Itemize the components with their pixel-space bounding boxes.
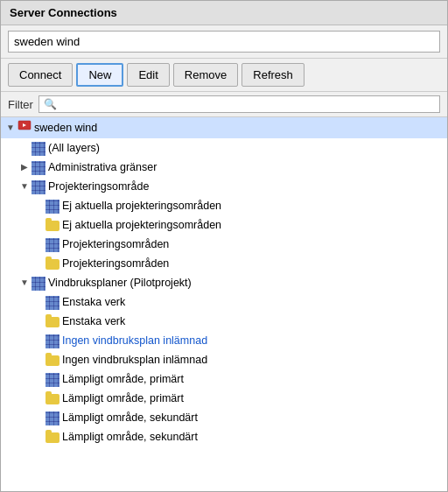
list-item[interactable]: Ej aktuella projekteringsområden	[1, 215, 447, 235]
item-label: Lämpligt område, primärt	[62, 390, 184, 407]
list-item[interactable]: Lämpligt område, primärt	[1, 369, 447, 389]
search-bar	[1, 25, 447, 59]
grid-icon	[31, 178, 46, 195]
list-item[interactable]: Lämpligt område, sekundärt	[1, 427, 447, 446]
item-label: Enstaka verk	[62, 293, 125, 311]
list-item[interactable]: Enstaka verk	[1, 312, 447, 331]
tree-item-root[interactable]: ▼ sweden wind	[1, 117, 447, 138]
server-icon	[17, 118, 32, 137]
grid-icon	[45, 332, 60, 349]
grid-icon	[45, 293, 60, 311]
item-label: Ej aktuella projekteringsområden	[62, 197, 221, 214]
root-label: sweden wind	[34, 119, 97, 137]
grid-icon	[45, 370, 60, 388]
list-item[interactable]: ▼ Projekteringsområde	[1, 177, 447, 196]
item-label: Ingen vindbruksplan inlämnad	[62, 332, 207, 349]
filter-bar: Filter 🔍	[1, 92, 447, 117]
item-label: Projekteringsområde	[48, 178, 149, 195]
list-item[interactable]: Enstaka verk	[1, 292, 447, 312]
item-label: Projekteringsområden	[62, 255, 169, 272]
toolbar: Connect New Edit Remove Refresh	[1, 59, 447, 92]
folder-icon	[45, 255, 60, 272]
filter-input[interactable]	[60, 98, 435, 110]
list-item[interactable]: Ingen vindbruksplan inlämnad	[1, 331, 447, 350]
expand-root-icon: ▼	[4, 121, 17, 135]
edit-button[interactable]: Edit	[127, 63, 169, 87]
tree-area: ▼ sweden wind (All layers) ▶	[1, 117, 447, 491]
item-label: Lämpligt område, sekundärt	[62, 428, 198, 446]
item-label: (All layers)	[48, 139, 100, 157]
grid-icon	[45, 235, 60, 253]
connect-button[interactable]: Connect	[8, 63, 73, 87]
expand-icon: ▶	[18, 160, 31, 174]
grid-icon	[45, 197, 60, 214]
folder-icon	[45, 428, 60, 446]
folder-icon	[45, 390, 60, 407]
list-item[interactable]: Ingen vindbruksplan inlämnad	[1, 350, 447, 369]
filter-input-wrapper: 🔍	[38, 95, 440, 113]
expand-icon: ▼	[18, 179, 31, 193]
item-label: Enstaka verk	[62, 313, 125, 330]
grid-icon	[31, 274, 46, 292]
folder-icon	[45, 216, 60, 234]
server-connections-panel: Server Connections Connect New Edit Remo…	[0, 0, 448, 492]
item-label: Administrativa gränser	[48, 158, 157, 176]
filter-label: Filter	[8, 98, 33, 111]
list-item[interactable]: Lämpligt område, sekundärt	[1, 408, 447, 427]
new-button[interactable]: New	[76, 63, 123, 87]
grid-icon	[45, 409, 60, 426]
folder-icon	[45, 351, 60, 369]
grid-icon	[31, 139, 46, 157]
panel-title: Server Connections	[1, 1, 447, 25]
list-item[interactable]: Projekteringsområden	[1, 235, 447, 254]
list-item[interactable]: Lämpligt område, primärt	[1, 389, 447, 408]
filter-search-icon: 🔍	[44, 98, 57, 110]
refresh-button[interactable]: Refresh	[242, 63, 304, 87]
item-label: Lämpligt område, primärt	[62, 370, 184, 388]
item-label: Vindbruksplaner (Pilotprojekt)	[48, 274, 192, 292]
item-label: Lämpligt område, sekundärt	[62, 409, 198, 426]
item-label: Ej aktuella projekteringsområden	[62, 216, 221, 234]
list-item[interactable]: ▶ Administrativa gränser	[1, 158, 447, 177]
list-item[interactable]: Ej aktuella projekteringsområden	[1, 196, 447, 215]
grid-icon	[31, 158, 46, 176]
remove-button[interactable]: Remove	[173, 63, 238, 87]
expand-icon: ▼	[18, 276, 31, 290]
list-item[interactable]: Projekteringsområden	[1, 254, 447, 273]
folder-icon	[45, 313, 60, 330]
server-search-input[interactable]	[8, 31, 440, 53]
item-label: Ingen vindbruksplan inlämnad	[62, 351, 207, 369]
list-item[interactable]: (All layers)	[1, 138, 447, 158]
list-item[interactable]: ▼ Vindbruksplaner (Pilotprojekt)	[1, 273, 447, 292]
item-label: Projekteringsområden	[62, 235, 169, 253]
